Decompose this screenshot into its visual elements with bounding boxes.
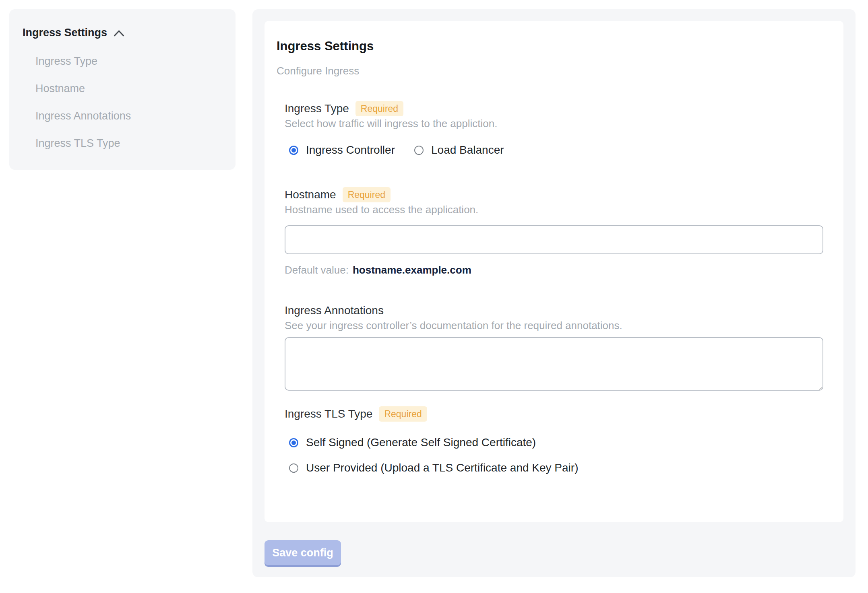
radio-unselected-icon: [289, 463, 298, 473]
ingress-type-radio-group: Ingress Controller Load Balancer: [289, 144, 831, 156]
ingress-type-description: Select how traffic will ingress to the a…: [285, 117, 831, 130]
save-config-button[interactable]: Save config: [265, 540, 341, 565]
required-badge: Required: [355, 101, 403, 116]
radio-label: Ingress Controller: [306, 144, 395, 156]
sidebar-item-ingress-tls-type[interactable]: Ingress TLS Type: [35, 137, 223, 149]
radio-self-signed[interactable]: Self Signed (Generate Self Signed Certif…: [289, 437, 831, 449]
ingress-annotations-textarea[interactable]: [285, 337, 823, 391]
hostname-description: Hostname used to access the application.: [285, 204, 831, 216]
section-ingress-type: Ingress Type Required Select how traffic…: [285, 101, 831, 156]
settings-nav-panel: Ingress Settings Ingress Type Hostname I…: [9, 9, 236, 170]
field-label-row: Ingress TLS Type Required: [285, 406, 831, 422]
sidebar-nav: Ingress Type Hostname Ingress Annotation…: [23, 55, 223, 149]
radio-label: User Provided (Upload a TLS Certificate …: [306, 462, 578, 474]
sidebar-section-toggle[interactable]: Ingress Settings: [23, 26, 223, 39]
default-value-text: hostname.example.com: [353, 264, 471, 276]
page-subtitle: Configure Ingress: [277, 64, 831, 77]
radio-selected-icon: [289, 438, 298, 447]
radio-user-provided[interactable]: User Provided (Upload a TLS Certificate …: [289, 462, 831, 474]
section-hostname: Hostname Required Hostname used to acces…: [285, 187, 831, 276]
required-badge: Required: [343, 187, 391, 202]
sidebar-item-hostname[interactable]: Hostname: [35, 82, 223, 95]
ingress-tls-type-label: Ingress TLS Type: [285, 407, 372, 421]
radio-selected-icon: [289, 146, 298, 155]
chevron-up-icon: [114, 30, 124, 37]
radio-label: Self Signed (Generate Self Signed Certif…: [306, 437, 536, 449]
hostname-input[interactable]: [285, 225, 823, 254]
default-value-label: Default value:: [285, 264, 349, 276]
field-label-row: Hostname Required: [285, 187, 831, 203]
radio-label: Load Balancer: [431, 144, 504, 156]
sidebar-item-ingress-annotations[interactable]: Ingress Annotations: [35, 110, 223, 122]
field-label-row: Ingress Annotations: [285, 303, 831, 319]
ingress-settings-card: Ingress Settings Configure Ingress Ingre…: [265, 21, 843, 522]
tls-type-radio-group: Self Signed (Generate Self Signed Certif…: [289, 437, 831, 474]
section-ingress-tls-type: Ingress TLS Type Required Self Signed (G…: [285, 406, 831, 474]
form-sections: Ingress Type Required Select how traffic…: [285, 101, 831, 474]
section-ingress-annotations: Ingress Annotations See your ingress con…: [285, 303, 831, 391]
page: Ingress Settings Ingress Type Hostname I…: [0, 0, 868, 593]
hostname-label: Hostname: [285, 188, 336, 202]
ingress-type-label: Ingress Type: [285, 102, 349, 115]
ingress-annotations-label: Ingress Annotations: [285, 304, 384, 317]
radio-ingress-controller[interactable]: Ingress Controller: [289, 144, 395, 156]
radio-unselected-icon: [414, 146, 424, 155]
page-title: Ingress Settings: [277, 39, 831, 54]
required-badge: Required: [379, 406, 427, 422]
radio-load-balancer[interactable]: Load Balancer: [414, 144, 504, 156]
settings-content-panel: Ingress Settings Configure Ingress Ingre…: [252, 9, 856, 577]
sidebar-item-ingress-type[interactable]: Ingress Type: [35, 55, 223, 67]
ingress-annotations-description: See your ingress controller’s documentat…: [285, 319, 831, 332]
sidebar-section-title: Ingress Settings: [23, 26, 107, 39]
hostname-default-line: Default value: hostname.example.com: [285, 264, 831, 276]
field-label-row: Ingress Type Required: [285, 101, 831, 117]
